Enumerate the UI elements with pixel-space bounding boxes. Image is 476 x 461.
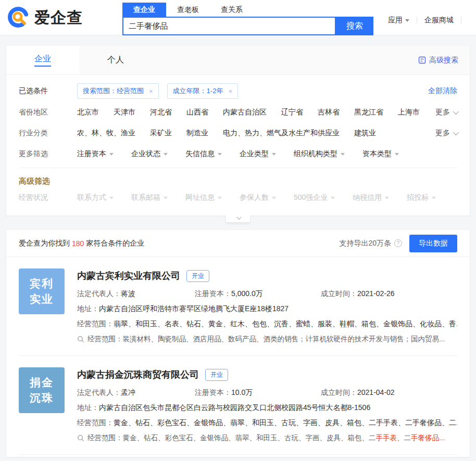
province-option[interactable]: 黑龙江省 bbox=[354, 108, 383, 117]
tab-search-company[interactable]: 查企业 bbox=[122, 3, 166, 17]
search-input[interactable] bbox=[122, 17, 336, 35]
caret-down-icon bbox=[272, 153, 276, 156]
company-name-link[interactable]: 内蒙古捐金沉珠商贸有限公司 bbox=[77, 368, 199, 381]
province-option[interactable]: 北京市 bbox=[77, 108, 99, 117]
search-match-line: 经营范围：装潢材料、陶瓷制品、酒店用品、数码产品、酒类的销售；计算机软硬件的技术… bbox=[77, 335, 457, 344]
tab-person[interactable]: 个人 bbox=[79, 46, 152, 74]
logo-icon bbox=[7, 6, 30, 29]
industry-option[interactable]: 建筑业 bbox=[354, 129, 376, 138]
legal-rep-value[interactable]: 孟冲 bbox=[121, 388, 135, 396]
dropdown-label: 注册资本 bbox=[77, 149, 106, 159]
industry-more-button[interactable]: 更多 bbox=[435, 129, 457, 138]
dropdown-label: 资本类型 bbox=[362, 149, 392, 159]
collapse-filter-handle[interactable] bbox=[226, 215, 250, 222]
dropdown-contact-email[interactable]: 联系邮箱 bbox=[131, 193, 168, 202]
company-scope-line: 经营范围：黄金、钻石、彩色宝石、金银饰品、翡翠、和田玉、古玩、字画、皮具、箱包、… bbox=[77, 418, 457, 428]
dropdown-insured-count[interactable]: 参保人数 bbox=[240, 193, 276, 202]
filter-tag-label: 搜索范围：经营范围 bbox=[83, 86, 144, 96]
close-icon[interactable]: × bbox=[149, 87, 153, 95]
filter-tag-search-scope[interactable]: 搜索范围：经营范围 × bbox=[77, 83, 159, 99]
dropdown-dishonesty-info[interactable]: 失信信息 bbox=[185, 149, 222, 159]
chevron-down-icon bbox=[236, 214, 241, 220]
company-name-link[interactable]: 内蒙古宾利实业有限公司 bbox=[77, 270, 180, 282]
company-info-row: 法定代表人：蒋波 注册资本：5,000.0万 成立时间：2021-02-26 bbox=[77, 289, 457, 299]
search-block: 查企业 查老板 查关系 搜索 bbox=[122, 3, 373, 35]
avatar-text: 捐金 bbox=[30, 375, 54, 390]
dropdown-tax-credit[interactable]: 纳税信用 bbox=[353, 193, 389, 202]
company-title-row: 内蒙古宾利实业有限公司 开业 bbox=[77, 270, 457, 282]
company-avatar[interactable]: 宾利 实业 bbox=[19, 268, 65, 314]
advanced-filter-row: 经营状况 联系方式 联系邮箱 网址信息 参保人数 500强企业 纳税信用 招投标 bbox=[19, 187, 457, 208]
industry-option[interactable]: 制造业 bbox=[186, 129, 208, 138]
logo[interactable]: 爱企查 bbox=[7, 6, 122, 29]
match-text: 装潢材料、陶瓷制品、酒店用品、数码产品、酒类的销售；计算机软硬件的技术开发与销售… bbox=[123, 335, 445, 344]
enterprise-mall-link[interactable]: 企服商城 bbox=[424, 16, 454, 25]
search-tabs: 查企业 查老板 查关系 bbox=[122, 3, 373, 17]
status-badge: 开业 bbox=[186, 270, 209, 282]
results-count: 180 bbox=[72, 239, 84, 248]
dropdown-company-type[interactable]: 企业类型 bbox=[240, 149, 276, 159]
dropdown-contact-info[interactable]: 联系方式 bbox=[77, 193, 114, 202]
search-icon bbox=[77, 336, 84, 343]
page: 爱企查 查企业 查老板 查关系 搜索 应用 企服商城 bbox=[0, 0, 476, 461]
match-label: 经营范围： bbox=[87, 433, 123, 443]
dropdown-bidding[interactable]: 招投标 bbox=[407, 193, 436, 202]
company-info-row: 法定代表人：孟冲 注册资本：10.0万 成立时间：2021-04-02 bbox=[77, 388, 457, 398]
search-button[interactable]: 搜索 bbox=[336, 17, 373, 35]
company-avatar[interactable]: 捐金 沉珠 bbox=[19, 367, 65, 413]
industry-option[interactable]: 采矿业 bbox=[150, 129, 172, 138]
founded-value: 2021-04-02 bbox=[357, 388, 395, 396]
caret-down-icon bbox=[218, 153, 222, 156]
province-option[interactable]: 山西省 bbox=[186, 108, 208, 117]
divider bbox=[417, 17, 417, 24]
company-address-line: 地址：内蒙古自治区呼和浩特市赛罕区绿地腾飞大厦E座18楼1827 bbox=[77, 304, 457, 314]
dropdown-fortune500[interactable]: 500强企业 bbox=[294, 193, 335, 202]
divider bbox=[461, 17, 461, 24]
caret-down-icon bbox=[331, 197, 335, 199]
filter-tag-founded-years[interactable]: 成立年限：1-2年 × bbox=[167, 83, 238, 99]
results-panel: 爱企查为你找到 180 家符合条件的企业 支持导出20万条 ? 导出数据 宾利 … bbox=[6, 230, 470, 457]
tab-search-boss[interactable]: 查老板 bbox=[166, 3, 210, 17]
tab-search-relation[interactable]: 查关系 bbox=[210, 3, 254, 17]
industry-option[interactable]: 电力、热力、燃气及水生产和供应业 bbox=[223, 129, 340, 138]
province-option[interactable]: 吉林省 bbox=[318, 108, 340, 117]
dropdown-registered-capital[interactable]: 注册资本 bbox=[77, 149, 114, 159]
dropdown-capital-type[interactable]: 资本类型 bbox=[362, 149, 399, 159]
tab-company[interactable]: 企业 bbox=[6, 46, 79, 74]
dropdown-label: 500强企业 bbox=[294, 193, 328, 202]
search-row: 搜索 bbox=[122, 17, 373, 35]
filter-panel: 企业 个人 高级搜索 已选条件 搜索范围：经营 bbox=[6, 46, 470, 215]
advanced-filter-title: 高级筛选 bbox=[19, 168, 457, 187]
caret-down-icon bbox=[341, 153, 345, 156]
province-option[interactable]: 河北省 bbox=[150, 108, 172, 117]
help-icon[interactable]: ? bbox=[394, 239, 402, 247]
industry-option[interactable]: 农、林、牧、渔业 bbox=[77, 129, 135, 138]
province-option[interactable]: 内蒙古自治区 bbox=[223, 108, 267, 117]
dropdown-website-info[interactable]: 网址信息 bbox=[185, 193, 222, 202]
company-card: 捐金 沉珠 内蒙古捐金沉珠商贸有限公司 开业 法定代表人：孟冲 注册资本：10.… bbox=[6, 356, 470, 454]
address-label: 地址： bbox=[77, 304, 99, 313]
advanced-search-link[interactable]: 高级搜索 bbox=[418, 56, 458, 65]
avatar-text: 沉珠 bbox=[30, 390, 54, 406]
scope-label: 经营范围： bbox=[77, 319, 114, 328]
legal-rep-value[interactable]: 蒋波 bbox=[121, 289, 135, 298]
province-option[interactable]: 天津市 bbox=[114, 108, 135, 117]
match-separator: 、 bbox=[397, 433, 404, 443]
province-more-button[interactable]: 更多 bbox=[435, 108, 457, 117]
logo-text: 爱企查 bbox=[34, 7, 83, 29]
province-option[interactable]: 辽宁省 bbox=[281, 108, 303, 117]
dropdown-org-type[interactable]: 组织机构类型 bbox=[294, 149, 345, 159]
export-data-button[interactable]: 导出数据 bbox=[409, 235, 457, 252]
clear-all-link[interactable]: 全部清除 bbox=[428, 86, 457, 96]
apps-label: 应用 bbox=[388, 16, 403, 25]
dropdown-label: 联系邮箱 bbox=[131, 193, 160, 202]
apps-menu[interactable]: 应用 bbox=[388, 16, 409, 25]
close-icon[interactable]: × bbox=[228, 87, 232, 95]
company-address-line: 地址：内蒙古自治区包头市昆都仑区白云路与校园路交叉口北侧校园路45号恒大名都8-… bbox=[77, 403, 457, 413]
province-option[interactable]: 上海市 bbox=[398, 108, 420, 117]
advanced-search-icon bbox=[418, 56, 426, 64]
caret-down-icon bbox=[395, 153, 399, 156]
more-label: 更多 bbox=[435, 129, 450, 138]
dropdown-company-status[interactable]: 企业状态 bbox=[131, 149, 168, 159]
dropdown-label: 企业类型 bbox=[240, 149, 269, 159]
